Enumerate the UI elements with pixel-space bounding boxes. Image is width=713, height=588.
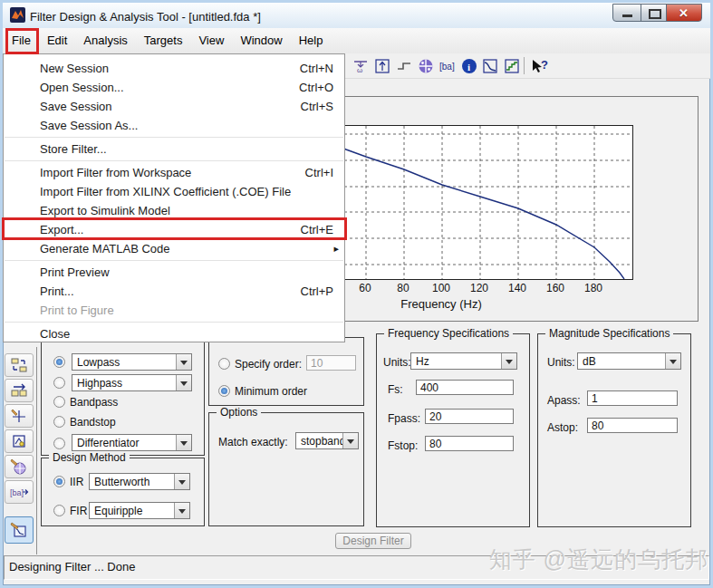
transform-pole-zero-icon[interactable] <box>5 455 34 478</box>
menu-item-print-preview[interactable]: Print Preview <box>4 263 344 282</box>
chevron-down-icon[interactable] <box>174 474 189 489</box>
step-response-icon[interactable] <box>393 55 414 76</box>
fpass-label: Fpass: <box>388 412 420 425</box>
apass-input[interactable]: 1 <box>587 390 678 406</box>
frequency-specs-panel: Frequency Specifications Units: Hz Fs: 4… <box>376 333 530 527</box>
export-coefficients-icon[interactable]: [ba] <box>5 480 34 504</box>
sidebar-divider <box>36 347 37 554</box>
menu-window[interactable]: Window <box>232 28 290 53</box>
close-button[interactable] <box>666 4 702 22</box>
highpass-combo[interactable]: Highpass <box>72 374 192 391</box>
chevron-down-icon[interactable] <box>176 435 191 450</box>
iir-method-combo[interactable]: Butterworth <box>89 473 190 490</box>
bandpass-label: Bandpass <box>70 396 118 409</box>
mag-units-combo[interactable]: dB <box>577 352 681 370</box>
x-tick-120: 120 <box>466 282 493 294</box>
svg-text:[ba]: [ba] <box>439 62 455 72</box>
differentiator-radio[interactable] <box>53 438 65 449</box>
pole-zero-plot-icon[interactable] <box>415 55 436 76</box>
magnitude-specs-title: Magnitude Specifications <box>545 327 673 340</box>
minimize-button[interactable] <box>612 4 641 22</box>
filter-order-panel: Specify order: 10 Minimum order <box>208 337 364 406</box>
highpass-radio[interactable] <box>53 377 65 389</box>
svg-text:?: ? <box>541 58 548 72</box>
differentiator-combo[interactable]: Differentiator <box>72 434 192 451</box>
menu-item-import-from-workspace[interactable]: Ctrl+IImport Filter from Workspace <box>4 163 344 182</box>
session-convert-icon[interactable] <box>5 379 34 402</box>
realize-model-icon[interactable] <box>5 429 34 453</box>
pole-zero-editor-icon[interactable] <box>5 404 34 428</box>
response-type-panel: Lowpass Highpass Bandpass Bandstop Diffe… <box>41 337 205 456</box>
menu-item-print[interactable]: Ctrl+PPrint... <box>4 282 344 301</box>
lowpass-radio[interactable] <box>53 356 65 368</box>
menu-item-new-session[interactable]: Ctrl+NNew Session <box>4 59 344 78</box>
x-tick-80: 80 <box>390 282 417 294</box>
fstop-input[interactable]: 80 <box>425 436 514 451</box>
menu-separator <box>5 137 343 138</box>
minimum-order-label: Minimum order <box>235 385 307 398</box>
filter-info-icon[interactable]: i <box>458 55 479 76</box>
menu-item-save-session-as[interactable]: Save Session As... <box>4 116 344 135</box>
menu-analysis[interactable]: Analysis <box>75 28 135 53</box>
svg-text:[ba]: [ba] <box>10 488 24 497</box>
svg-text:ω: ω <box>357 66 362 74</box>
context-help-icon[interactable]: ? <box>528 55 549 76</box>
specify-order-radio[interactable] <box>218 358 230 370</box>
design-filter-tool-icon[interactable] <box>5 516 34 544</box>
menu-targets[interactable]: Targets <box>136 28 191 53</box>
menu-edit[interactable]: Edit <box>39 28 75 53</box>
chevron-down-icon[interactable] <box>176 354 191 370</box>
match-exactly-combo[interactable]: stopband <box>295 432 359 449</box>
fs-input[interactable]: 400 <box>416 380 514 395</box>
menu-item-store-filter[interactable]: Store Filter... <box>4 140 344 159</box>
menu-item-generate-matlab-code[interactable]: Generate MATLAB Code▸ <box>4 239 344 258</box>
specify-order-input[interactable]: 10 <box>306 355 356 371</box>
mag-units-label: Units: <box>547 356 575 369</box>
astop-input[interactable]: 80 <box>587 418 678 433</box>
x-tick-160: 160 <box>542 282 569 294</box>
fpass-input[interactable]: 20 <box>425 409 514 424</box>
iir-radio[interactable] <box>53 476 65 487</box>
x-axis-label: Frequency (Hz) <box>387 297 496 311</box>
maximize-button[interactable] <box>641 4 667 22</box>
chevron-down-icon[interactable] <box>501 353 516 369</box>
menu-help[interactable]: Help <box>291 28 332 53</box>
bandstop-radio[interactable] <box>53 416 65 428</box>
round-to-fixed-point-icon[interactable] <box>501 55 522 76</box>
fir-radio[interactable] <box>53 505 65 516</box>
menu-view[interactable]: View <box>190 28 232 53</box>
bandpass-radio[interactable] <box>53 396 65 408</box>
fstop-label: Fstop: <box>388 439 418 452</box>
freq-units-combo[interactable]: Hz <box>410 352 517 370</box>
chevron-down-icon[interactable] <box>174 503 189 518</box>
magnitude-response-icon[interactable] <box>479 55 500 76</box>
frequency-specs-title: Frequency Specifications <box>384 327 513 340</box>
fir-method-combo[interactable]: Equiripple <box>89 502 190 519</box>
export-item-highlight-annotation <box>2 217 347 240</box>
chevron-down-icon[interactable] <box>176 375 191 390</box>
chevron-down-icon[interactable] <box>665 353 680 369</box>
lowpass-combo[interactable]: Lowpass <box>72 353 192 371</box>
fir-label: FIR <box>70 505 87 517</box>
filter-coefficients-icon[interactable]: [ba] <box>437 55 458 76</box>
menu-separator <box>5 260 343 261</box>
status-text: Designing Filter ... Done <box>9 560 135 574</box>
chevron-down-icon[interactable] <box>342 433 358 448</box>
submenu-arrow-icon: ▸ <box>333 239 339 258</box>
options-panel: Options Match exactly: stopband <box>208 412 364 526</box>
store-filter-manager-icon[interactable] <box>5 353 34 377</box>
menu-item-save-session[interactable]: Ctrl+SSave Session <box>4 97 344 116</box>
minimum-order-radio[interactable] <box>218 385 230 397</box>
menu-item-close[interactable]: Close <box>4 324 344 343</box>
design-method-panel: Design Method IIR Butterworth FIR Equiri… <box>41 458 205 526</box>
window-title: Filter Design & Analysis Tool - [untitle… <box>30 10 261 24</box>
fs-label: Fs: <box>388 383 403 396</box>
menu-item-open-session[interactable]: Ctrl+OOpen Session... <box>4 78 344 97</box>
astop-label: Astop: <box>547 421 578 434</box>
watermark-text: 知乎 @遥远的乌托邦 <box>390 545 708 574</box>
menu-item-print-to-figure: Print to Figure <box>4 301 344 320</box>
impulse-response-icon[interactable] <box>371 55 392 76</box>
menu-item-import-xilinx-coe[interactable]: Import Filter from XILINX Coefficient (.… <box>4 182 344 201</box>
filter-specs-icon[interactable]: ω <box>350 55 371 76</box>
iir-label: IIR <box>70 476 83 488</box>
